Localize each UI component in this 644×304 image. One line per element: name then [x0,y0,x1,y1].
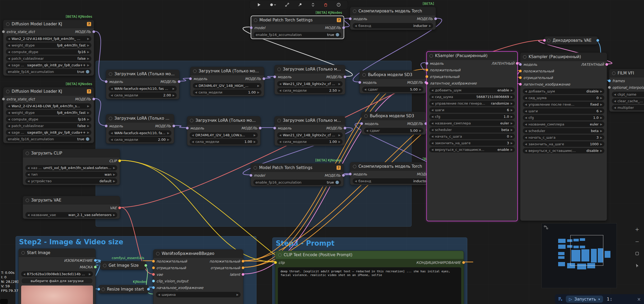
increment-arrow[interactable]: ▶ [87,50,89,53]
widget-row[interactable]: ◀сила_модели1.00▶ [193,90,262,95]
node-torch-compile-2[interactable]: [BETA] Скомпилировать модель Torch модел… [350,162,436,185]
output-port[interactable] [92,30,95,33]
widget-row[interactable]: ◀шаги6▶ [429,107,515,113]
node-lora-loader-6[interactable]: Загрузчик LoRA (Только мо... модельМОДЕЛ… [274,116,345,146]
toggle-knob[interactable] [86,137,89,141]
batch-count-stepper[interactable]: 1 ▴▾ [607,297,612,302]
widget-row[interactable]: ◀название_сэмплераeuler▶ [523,121,604,127]
increment-arrow[interactable]: ▶ [511,115,513,118]
increment-arrow[interactable]: ▶ [338,134,340,137]
input-port[interactable] [426,82,428,85]
increment-arrow[interactable]: ▶ [113,166,115,169]
play-icon[interactable] [256,2,262,8]
widget-row[interactable]: ◀название_сэмплераeuler▶ [429,120,515,126]
delete-icon[interactable] [323,2,329,8]
increment-arrow[interactable]: ▶ [511,148,513,151]
input-port[interactable] [426,69,428,71]
node-load-vae[interactable]: Загрузить VAE VAE ◀название_vaewan_2.1_v… [23,196,120,219]
node-model-patch-torch-1[interactable]: [BETA] KJNodes Model Patch Torch Setting… [251,16,344,39]
node-load-clip[interactable]: Загрузить CLIP CLIP ◀наз ...umt5_xxl_fp8… [23,149,120,185]
increment-arrow[interactable]: ▶ [87,37,89,40]
input-port[interactable] [152,266,155,269]
decrement-arrow[interactable]: ◀ [525,123,527,126]
input-port[interactable] [189,77,192,80]
collapse-dot[interactable] [523,55,526,59]
input-port[interactable] [519,76,522,79]
increment-arrow[interactable]: ▶ [338,89,340,92]
decrement-arrow[interactable]: ◀ [431,128,433,131]
widget-row[interactable]: ◀WAN-facefuck-epoch110, fas ...▶ [109,86,177,91]
widget-row[interactable]: ◀начать_с_шага0▶ [429,134,515,139]
increment-arrow[interactable]: ▶ [600,103,602,106]
collapse-dot[interactable] [109,72,112,76]
input-port[interactable] [152,280,155,282]
node-lora-loader-3[interactable]: Загрузчик LoRA (Только мо... модельМОДЕЛ… [274,65,345,95]
output-port[interactable] [263,77,265,80]
increment-arrow[interactable]: ▶ [172,87,175,90]
widget-row[interactable]: ◀clear_cache_af...▶ [612,98,644,104]
increment-arrow[interactable]: ▶ [338,82,340,85]
decrement-arrow[interactable]: ◀ [525,136,527,139]
widget-row[interactable]: ◀вернуться_с_оставшимся_...disable▶ [523,148,604,153]
widget-row[interactable]: ◀сид_шума566871510806669▶ [429,94,515,100]
decrement-arrow[interactable]: ◀ [27,173,30,176]
decrement-arrow[interactable]: ◀ [614,100,616,102]
collapse-dot[interactable] [193,69,197,73]
widget-row[interactable]: ◀Wan2_2-I2V-A14B-HIGH_fp8_e4m3fn_ ...▶ [6,36,91,41]
increment-arrow[interactable]: ▶ [167,132,169,134]
input-port[interactable] [17,259,20,262]
node-model-sampling-sd3-1[interactable]: Выборка модели SD3 модельМОДЕЛЬ ◀сдвиг5.… [360,71,426,93]
widget-row[interactable]: ◀ширина▶ [156,292,241,297]
output-port[interactable] [92,98,95,100]
decrement-arrow[interactable]: ◀ [355,180,357,183]
bypass-link-icon[interactable] [284,2,290,8]
output-port[interactable] [516,62,519,65]
widget-row[interactable]: ◀schedulerbeta▶ [429,127,515,133]
widget-row[interactable]: ◀patch_cublaslinearfalse▶ [6,123,91,129]
decrement-arrow[interactable]: ◀ [195,91,197,94]
collapse-dot[interactable] [254,166,257,170]
decrement-arrow[interactable]: ◀ [279,134,281,137]
widget-row[interactable]: ◀добавить_шумdisable▶ [523,88,604,94]
increment-arrow[interactable]: ▶ [87,57,89,60]
input-port[interactable] [2,30,5,33]
decrement-arrow[interactable]: ◀ [431,95,433,98]
collapse-dot[interactable] [190,119,193,122]
widget-row[interactable]: ◀multiplier▶ [612,105,644,110]
decrement-arrow[interactable]: ◀ [525,129,527,132]
output-port[interactable] [342,174,345,177]
widget-row[interactable]: ◀compute_dtypefp16▶ [6,116,91,122]
increment-arrow[interactable]: ▶ [113,213,115,216]
increment-arrow[interactable]: ▶ [167,138,169,141]
increment-arrow[interactable]: ▶ [172,94,175,97]
output-port[interactable] [242,266,244,269]
node-wan-image-to-video[interactable]: WanИзображениеВВидео положительныйположи… [153,249,243,304]
output-port[interactable] [144,264,147,267]
decrement-arrow[interactable]: ◀ [192,134,194,137]
decrement-arrow[interactable]: ◀ [8,44,10,47]
output-port[interactable] [596,39,599,42]
input-port[interactable] [519,63,522,66]
node-start-image[interactable]: Start Image ИЗОБРАЖЕНИЕМАСКА ◀875c62ba10… [18,249,96,304]
help-badge[interactable]: ? [87,89,91,93]
widget-row[interactable]: ◀enable_fp16_accumulationtrue▶ [253,180,341,185]
widget-row[interactable]: ◀закончить_на_шаге1000▶ [523,141,604,147]
output-port[interactable] [434,17,437,20]
widget-row[interactable]: ◀Wan21_I2V_14B_lightx2v_cf ...▶ [277,81,343,87]
input-port[interactable] [17,266,20,268]
collapse-dot[interactable] [547,39,550,42]
widget-row[interactable]: ◀наз ...umt5_xxl_fp8_e4m3fn_scaled.safet… [25,165,117,171]
increment-arrow[interactable]: ▶ [511,95,513,98]
output-port[interactable] [259,127,262,129]
decrement-arrow[interactable]: ◀ [525,149,527,152]
collapse-dot[interactable] [353,165,356,168]
collapse-dot[interactable] [26,152,29,155]
collapse-dot[interactable] [109,117,112,120]
decrement-arrow[interactable]: ◀ [195,84,197,87]
decrement-arrow[interactable]: ◀ [525,103,527,106]
output-port[interactable] [605,70,608,72]
increment-arrow[interactable]: ▶ [87,131,89,134]
increment-arrow[interactable]: ▶ [257,91,259,94]
widget-row[interactable]: ◀сила_модели2.00▶ [109,92,177,98]
increment-arrow[interactable]: ▶ [87,64,89,67]
